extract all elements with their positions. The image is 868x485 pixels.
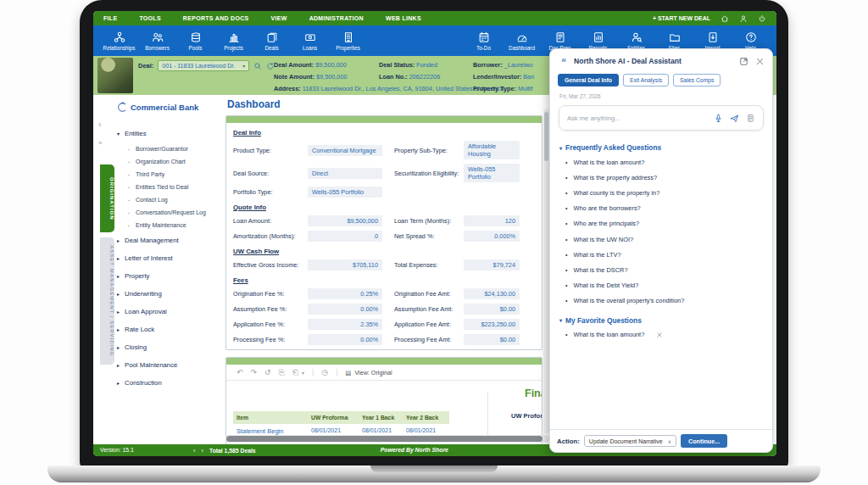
prev-deal-icon[interactable]: ‹ — [193, 447, 196, 454]
tab-origination[interactable]: ORIGINATION — [100, 164, 114, 232]
faq-question[interactable]: What county is the property in? — [559, 185, 763, 200]
field-value[interactable]: $0.00 — [464, 304, 520, 315]
close-icon[interactable] — [755, 57, 765, 66]
toolbar-item[interactable]: Relationships — [100, 31, 138, 51]
microphone-icon[interactable] — [714, 114, 723, 123]
edit-tool-icon[interactable]: ⎘ — [279, 368, 285, 377]
sidebar-item[interactable]: - Entity Maintenance — [128, 219, 215, 231]
field-value[interactable]: $705,110 — [308, 259, 382, 270]
next-deal-icon[interactable]: › — [202, 447, 204, 454]
field-value[interactable]: 120 — [464, 215, 520, 226]
sidebar-item[interactable]: ▸ Letter of Interest — [117, 249, 215, 267]
menu-item[interactable]: REPORTS AND DOCS — [183, 15, 249, 21]
horizontal-scrollbar-thumb[interactable] — [226, 436, 542, 442]
favorite-question[interactable]: What is the loan amount? — [559, 327, 763, 343]
faq-question[interactable]: What is the Debt Yield? — [559, 278, 763, 293]
toolbar-item[interactable]: To-Do — [465, 31, 503, 51]
toolbar-item[interactable]: Borrowers — [138, 31, 176, 51]
field-value[interactable]: Conventional Mortgage — [308, 145, 382, 156]
field-value[interactable]: 0.00% — [308, 304, 382, 315]
action-select[interactable]: Update Document Narrative ∨ — [584, 435, 676, 447]
faq-question[interactable]: What is the UW NOI? — [559, 231, 763, 247]
faq-question[interactable]: What is the loan amount? — [559, 154, 763, 170]
field-value[interactable]: $79,724 — [464, 259, 520, 270]
ask-input[interactable] — [567, 114, 707, 122]
sidebar-item[interactable]: - Contact Log — [128, 193, 215, 206]
sidebar-item[interactable]: - Conversation/Request Log — [128, 206, 215, 219]
send-icon[interactable] — [730, 114, 739, 123]
field-value[interactable]: 0.25% — [308, 288, 382, 299]
sidebar-item[interactable]: ▸ Deal Management — [117, 231, 215, 249]
faq-question[interactable]: What is the LTV? — [559, 247, 763, 262]
vertical-scrollbar[interactable] — [543, 109, 549, 434]
sidebar-item[interactable]: ▸ Underwriting — [117, 285, 215, 303]
sidebar-item[interactable]: - Entities Tied to Deal — [128, 181, 215, 193]
expand-icon[interactable] — [739, 57, 748, 66]
field-value[interactable]: Direct — [308, 168, 382, 179]
continue-button[interactable]: Continue... — [681, 434, 727, 448]
expand-right-icon[interactable]: » — [98, 139, 102, 147]
home-icon[interactable] — [721, 14, 729, 23]
faq-question[interactable]: What is the overall property's condition… — [559, 293, 763, 309]
faq-question[interactable]: What is the property address? — [559, 170, 763, 185]
vertical-scrollbar-thumb[interactable] — [544, 112, 548, 161]
toolbar-item[interactable]: Loans — [291, 31, 329, 51]
sidebar-item[interactable]: - Organization Chart — [128, 155, 215, 168]
sidebar-item[interactable]: ▸ Closing — [117, 338, 215, 356]
history-clock-icon[interactable]: ◷ — [321, 368, 328, 376]
collapse-left-icon[interactable]: ‹ — [98, 119, 102, 129]
menu-item[interactable]: VIEW — [271, 15, 287, 21]
search-icon[interactable] — [253, 62, 262, 70]
toolbar-item[interactable]: Deals — [253, 31, 291, 51]
ai-tab[interactable]: Sales Comps — [673, 74, 721, 86]
favorites-section-header[interactable]: ▾ My Favorite Questions — [559, 316, 763, 325]
menu-item[interactable]: WEB LINKS — [386, 15, 421, 21]
remove-favorite-icon[interactable] — [656, 332, 663, 338]
start-new-deal-button[interactable]: + START NEW DEAL — [653, 15, 710, 21]
faq-question[interactable]: Who are the principals? — [559, 216, 763, 231]
field-value[interactable]: 0.000% — [464, 231, 520, 242]
edit-tool-icon[interactable]: ↶ — [236, 368, 243, 377]
deal-select[interactable]: 001 - 11833 Laurelwood Dr. ▾ — [158, 60, 249, 71]
field-value[interactable]: $9,500,000 — [308, 215, 382, 226]
toolbar-item[interactable]: Pools — [176, 31, 214, 51]
horizontal-scrollbar[interactable] — [225, 435, 549, 443]
faq-section-header[interactable]: ▾ Frequently Asked Questions — [559, 143, 763, 152]
chevron-down-icon[interactable]: ▾ — [302, 370, 304, 376]
sidebar-item[interactable]: ▾ Entities — [117, 125, 215, 142]
field-value[interactable]: Wells-055 Portfolio — [464, 164, 520, 182]
toolbar-item[interactable]: Dashboard — [503, 31, 541, 51]
sidebar-item[interactable]: ▸ Construction — [117, 374, 215, 392]
field-value[interactable]: Affordable Housing — [464, 141, 520, 159]
edit-tool-icon[interactable]: ⎗ — [292, 368, 298, 377]
tab-asset-management-servicing[interactable]: ASSET MANAGEMENT / SERVICING — [100, 237, 114, 365]
toolbar-item[interactable]: Properties — [329, 31, 367, 51]
field-value[interactable]: 0.00% — [308, 334, 382, 345]
field-value[interactable]: 2.35% — [308, 319, 382, 330]
sidebar-item[interactable]: ▸ Pool Maintenance — [117, 356, 215, 374]
field-value[interactable]: 0 — [308, 231, 382, 242]
edit-tool-icon[interactable]: ↺ — [264, 368, 271, 377]
edit-tool-icon[interactable]: ↷ — [251, 368, 258, 377]
ai-tab[interactable]: General Deal Info — [558, 74, 619, 86]
menu-item[interactable]: FILE — [103, 15, 117, 21]
ai-tab[interactable]: Exit Analysis — [623, 74, 669, 86]
field-value[interactable]: Wells-055 Portfolio — [308, 187, 382, 198]
sidebar-item[interactable]: - Borrower/Guarantor — [128, 142, 215, 155]
view-selector[interactable]: ▤ View: Original — [346, 369, 392, 376]
document-icon[interactable] — [746, 114, 755, 123]
sidebar-item[interactable]: - Third Party — [128, 168, 215, 181]
field-value[interactable]: $223,250.00 — [464, 319, 520, 330]
field-value[interactable]: $24,130.00 — [464, 288, 520, 299]
sidebar-item[interactable]: ▸ Loan Approval — [117, 303, 215, 321]
field-value[interactable]: $0.00 — [464, 334, 520, 345]
sidebar-item[interactable]: ▸ Property — [117, 267, 215, 285]
toolbar-item[interactable]: Projects — [214, 31, 253, 51]
menu-item[interactable]: TOOLS — [139, 15, 160, 21]
faq-question[interactable]: Who are the borrowers? — [559, 201, 763, 216]
menu-item[interactable]: ADMINISTRATION — [309, 15, 364, 21]
faq-question[interactable]: What is the DSCR? — [559, 262, 763, 277]
sidebar-item[interactable]: ▸ Rate Lock — [117, 321, 215, 338]
power-icon[interactable] — [758, 14, 766, 23]
user-icon[interactable] — [739, 14, 748, 23]
